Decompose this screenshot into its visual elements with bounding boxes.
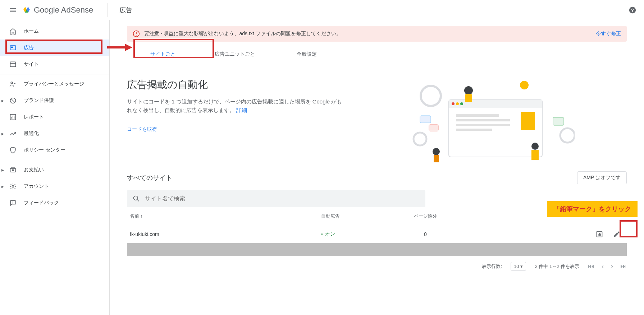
svg-point-20 xyxy=(13,203,13,204)
expand-icon: ▸ xyxy=(1,98,4,103)
svg-point-47 xyxy=(134,196,138,200)
annotation-edit-hint: 「鉛筆マーク」をクリック xyxy=(547,201,638,217)
hero-desc-text: サイトにコードを 1 つ追加するだけで、ページ内の広告掲載に適した場所を Goo… xyxy=(127,98,342,113)
sidebar-item-optimize[interactable]: ▸ 最適化 xyxy=(0,125,109,142)
sidebar-item-label: お支払い xyxy=(24,167,44,173)
chart-icon xyxy=(596,231,603,238)
sidebar-item-label: 最適化 xyxy=(24,130,39,137)
sidebar-item-label: アカウント xyxy=(24,183,49,190)
sidebar-item-privacy[interactable]: プライバシーとメッセージ xyxy=(0,76,109,92)
alert-banner: 要注意 - 収益に重大な影響が出ないよう、ads.txt ファイルの問題を修正し… xyxy=(127,26,627,42)
prev-page-button[interactable]: ‹ xyxy=(602,263,604,270)
hamburger-icon xyxy=(9,6,17,14)
app-header: Google AdSense 広告 ? xyxy=(0,0,644,20)
sites-header: すべてのサイト AMP はオフです xyxy=(127,171,627,184)
sidebar-item-account[interactable]: ▸ アカウント xyxy=(0,178,109,195)
hero-section: 広告掲載の自動化 サイトにコードを 1 つ追加するだけで、ページ内の広告掲載に適… xyxy=(127,78,627,164)
svg-rect-41 xyxy=(553,117,564,125)
gear-icon xyxy=(9,182,17,191)
svg-rect-6 xyxy=(10,62,16,66)
svg-point-17 xyxy=(12,170,13,171)
sidebar-item-label: ポリシー センター xyxy=(24,147,65,153)
svg-rect-33 xyxy=(456,114,499,117)
last-page-button[interactable]: ⏭ xyxy=(620,263,627,270)
svg-rect-15 xyxy=(14,116,15,119)
svg-point-9 xyxy=(14,83,15,84)
svg-point-37 xyxy=(464,86,473,95)
sidebar-item-label: サイト xyxy=(24,61,39,68)
table-footer-bar xyxy=(127,243,627,256)
sidebar-item-label: 広告 xyxy=(24,45,34,51)
sidebar-item-label: ブランド保護 xyxy=(24,97,54,104)
svg-rect-34 xyxy=(456,119,510,121)
sidebar-item-policy[interactable]: ポリシー センター xyxy=(0,142,109,158)
svg-rect-5 xyxy=(11,47,13,48)
svg-point-42 xyxy=(520,81,529,89)
alert-text: 要注意 - 収益に重大な影響が出ないよう、ads.txt ファイルの問題を修正し… xyxy=(144,31,590,37)
sidebar-item-reports[interactable]: レポート xyxy=(0,109,109,125)
svg-rect-44 xyxy=(434,155,439,162)
svg-point-23 xyxy=(136,35,137,36)
adsense-logo-icon xyxy=(22,5,32,15)
tabs: サイトごと 広告ユニットごと 全般設定 xyxy=(127,45,627,64)
site-name[interactable]: fk-ukiuki.com xyxy=(127,231,321,237)
help-button[interactable]: ? xyxy=(627,4,638,16)
alert-icon xyxy=(133,30,140,37)
sidebar-item-ads[interactable]: 広告 xyxy=(0,40,109,56)
svg-point-31 xyxy=(460,102,463,105)
svg-rect-51 xyxy=(599,233,600,236)
next-page-button[interactable]: › xyxy=(611,263,613,270)
tab-by-site[interactable]: サイトごと xyxy=(127,45,199,63)
illustration-icon xyxy=(409,78,575,164)
sidebar-item-brand[interactable]: ▸ ブランド保護 xyxy=(0,92,109,109)
sidebar-item-label: フィードバック xyxy=(24,200,59,206)
site-edit-button[interactable] xyxy=(609,227,624,241)
table-row: fk-ukiuki.com オン 0 xyxy=(127,225,627,243)
svg-point-8 xyxy=(11,82,13,84)
pagination-range: 2 件中 1～2 件を表示 xyxy=(535,263,579,270)
amp-status-button[interactable]: AMP はオフです xyxy=(577,171,627,184)
get-code-button[interactable]: コードを取得 xyxy=(127,123,157,135)
svg-rect-13 xyxy=(12,117,12,119)
first-page-button[interactable]: ⏮ xyxy=(588,263,594,270)
svg-point-25 xyxy=(414,133,426,145)
logo-text: Google AdSense xyxy=(34,5,93,15)
hero-learn-more-link[interactable]: 詳細 xyxy=(236,107,247,113)
pencil-icon xyxy=(613,231,620,238)
tab-by-unit[interactable]: 広告ユニットごと xyxy=(199,45,271,63)
sidebar-item-payments[interactable]: ▸ お支払い xyxy=(0,162,109,178)
site-auto-status: オン xyxy=(321,231,393,237)
sidebar-item-feedback[interactable]: フィードバック xyxy=(0,195,109,211)
site-stats-button[interactable] xyxy=(592,227,607,241)
sidebar: ホーム 広告 サイト プライバシーとメッセージ ▸ ブランド保護 レポート ▸ … xyxy=(0,0,110,315)
rows-per-page-label: 表示行数: xyxy=(482,263,502,270)
svg-rect-38 xyxy=(465,94,472,102)
rows-per-page-select[interactable]: 10 ▾ xyxy=(511,262,526,271)
sidebar-item-label: ホーム xyxy=(24,28,39,34)
svg-rect-52 xyxy=(600,233,601,236)
menu-button[interactable] xyxy=(6,3,20,17)
nav-divider xyxy=(0,160,109,160)
svg-point-24 xyxy=(421,86,441,106)
alert-fix-link[interactable]: 今すぐ修正 xyxy=(596,31,621,37)
svg-rect-32 xyxy=(521,112,535,130)
svg-point-43 xyxy=(433,148,440,155)
svg-rect-35 xyxy=(456,124,510,126)
ads-icon xyxy=(9,43,17,52)
sidebar-item-label: レポート xyxy=(24,114,44,120)
svg-rect-40 xyxy=(429,125,438,131)
svg-rect-46 xyxy=(531,150,539,160)
search-bar[interactable] xyxy=(127,190,425,207)
col-header-name[interactable]: 名前 ↑ xyxy=(127,213,321,219)
nav-divider xyxy=(0,74,109,74)
tab-general[interactable]: 全般設定 xyxy=(271,45,343,63)
svg-rect-39 xyxy=(420,116,431,123)
svg-point-30 xyxy=(456,102,459,105)
col-header-auto: 自動広告 xyxy=(321,213,393,219)
sites-icon xyxy=(9,60,17,69)
feedback-icon xyxy=(9,199,17,207)
search-input[interactable] xyxy=(144,195,420,202)
adsense-logo[interactable]: Google AdSense xyxy=(22,5,93,15)
sidebar-item-home[interactable]: ホーム xyxy=(0,23,109,40)
sidebar-item-sites[interactable]: サイト xyxy=(0,56,109,73)
